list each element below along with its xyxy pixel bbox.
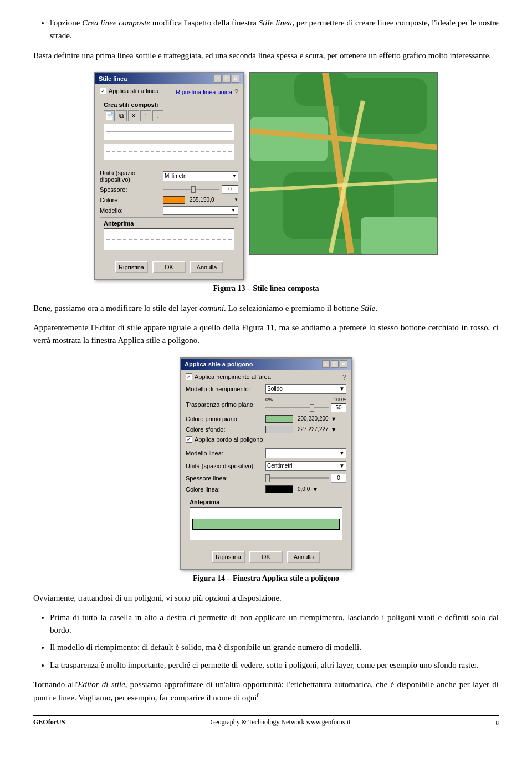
unita-spazio-label: Unità (spazio dispositivo): bbox=[186, 463, 263, 469]
spessore-linea-slider[interactable] bbox=[265, 477, 329, 479]
dialog2-body: ✓ Applica riempimento all'area ? Modello… bbox=[181, 370, 351, 569]
dialog2-buttons: Ripristina OK Annulla bbox=[186, 549, 346, 565]
modello-riempimento-row: Modello di riempimento: Solido ▼ bbox=[186, 384, 346, 394]
spessore-linea-row: Spessore linea: 0 bbox=[186, 474, 346, 483]
trasparenza-value[interactable]: 50 bbox=[331, 403, 346, 412]
colore-primo-piano-swatch[interactable] bbox=[265, 415, 293, 423]
colore-sfondo-swatch[interactable] bbox=[265, 426, 293, 433]
dialog-minimize-btn[interactable]: − bbox=[214, 75, 222, 83]
dialog-titlebar-stile-linea: Stile linea − □ × bbox=[95, 73, 243, 84]
dialog-body-stile-linea: ✓ Applica stili a linea Ripristina linea… bbox=[95, 84, 243, 279]
dialog2-ripristina-button[interactable]: Ripristina bbox=[212, 551, 245, 563]
spessore-label: Spessore: bbox=[100, 186, 161, 193]
section-divider bbox=[186, 446, 346, 446]
spessore-linea-thumb bbox=[265, 474, 270, 482]
colore-sfondo-arrow: ▼ bbox=[331, 426, 337, 433]
unita-label: Unità (spazio dispositivo): bbox=[100, 170, 161, 183]
dialog2-titlebar-buttons: − □ × bbox=[322, 360, 347, 368]
modello-linea-row: Modello linea: ▼ bbox=[186, 448, 346, 458]
dialog2-anteprima-title: Anteprima bbox=[190, 499, 342, 505]
colore-swatch[interactable] bbox=[163, 196, 185, 204]
figure-13-caption: Figura 13 – Stile linea composta bbox=[33, 284, 499, 293]
colore-sfondo-value: 227,227,227 bbox=[298, 426, 329, 432]
dialog2-help-icon: ? bbox=[342, 373, 346, 381]
trasparenza-slider-wrap: 0% 100% 50 bbox=[265, 397, 346, 412]
figure-14-caption: Figura 14 – Finestra Applica stile a pol… bbox=[33, 574, 499, 583]
bullet-riempimento: Prima di tutto la casella in alto a dest… bbox=[50, 611, 499, 637]
dialog2-annulla-button[interactable]: Annulla bbox=[287, 551, 320, 563]
up-btn[interactable]: ↑ bbox=[140, 110, 151, 121]
bullet-trasparenza: La trasparenza è molto importante, perch… bbox=[50, 659, 499, 672]
colore-linea-label: Colore linea: bbox=[186, 486, 263, 493]
figure-14-container: Applica stile a poligono − □ × ✓ Applica… bbox=[33, 357, 499, 570]
dialog1-buttons: Ripristina OK Annulla bbox=[100, 259, 238, 275]
colore-sfondo-row: Colore sfondo: 227,227,227 ▼ bbox=[186, 426, 346, 433]
unita-combo[interactable]: Millimetri ▼ bbox=[163, 171, 238, 181]
applica-bordo-checkbox[interactable]: ✓ bbox=[186, 436, 192, 443]
footer-page-number: 8 bbox=[496, 719, 499, 726]
paragraph-2: Basta definire una prima linea sottile e… bbox=[33, 49, 499, 62]
applica-bordo-row: ✓ Applica bordo al poligono bbox=[186, 436, 346, 443]
paragraph-3: Bene, passiamo ora a modificare lo stile… bbox=[33, 302, 499, 315]
unita-spazio-combo[interactable]: Centimetri ▼ bbox=[265, 461, 346, 471]
colore-label: Colore: bbox=[100, 197, 161, 203]
down-btn[interactable]: ↓ bbox=[152, 110, 163, 121]
dialog2-minimize-btn[interactable]: − bbox=[322, 360, 330, 368]
applica-riempimento-checkbox[interactable]: ✓ bbox=[186, 373, 192, 380]
dialog-close-btn[interactable]: × bbox=[232, 75, 239, 83]
options-bullets: Prima di tutto la casella in alto a dest… bbox=[50, 611, 499, 672]
modello-linea-combo[interactable]: ▼ bbox=[265, 448, 346, 458]
spessore-linea-value[interactable]: 0 bbox=[331, 474, 346, 483]
dialog-applica-poligono: Applica stile a poligono − □ × ✓ Applica… bbox=[180, 357, 352, 570]
colore-linea-swatch[interactable] bbox=[265, 485, 293, 493]
p3-stile: Stile bbox=[361, 304, 376, 313]
dialog2-anteprima-section: Anteprima bbox=[186, 496, 346, 545]
unita-arrow: ▼ bbox=[232, 173, 237, 178]
modello-riempimento-arrow: ▼ bbox=[339, 386, 345, 392]
trasparenza-thumb bbox=[310, 404, 314, 412]
modello-riempimento-combo[interactable]: Solido ▼ bbox=[265, 384, 346, 394]
ripristina-button[interactable]: Ripristina bbox=[115, 261, 148, 273]
trasparenza-slider[interactable] bbox=[265, 407, 329, 408]
applica-stili-label: Applica stili a linea bbox=[109, 88, 159, 94]
modello-arrow: ▼ bbox=[231, 208, 236, 213]
dialog2-close-btn[interactable]: × bbox=[340, 360, 347, 368]
p6-superscript: 8 bbox=[257, 692, 260, 698]
colore-linea-arrow: ▼ bbox=[312, 486, 318, 493]
anteprima-title: Anteprima bbox=[104, 220, 234, 227]
figure-13-container: Stile linea − □ × ✓ Applica stili a line… bbox=[33, 72, 499, 280]
dialog-titlebar-poligono: Applica stile a poligono − □ × bbox=[181, 359, 351, 370]
nuovo-btn[interactable]: 📄 bbox=[104, 110, 115, 121]
delete-btn[interactable]: ✕ bbox=[128, 110, 139, 121]
trasparenza-row: Trasparenza primo piano: 0% 100% 50 bbox=[186, 397, 346, 412]
modello-linea-label: Modello linea: bbox=[186, 450, 263, 457]
bullet-item-1: l'opzione Crea linee composte modifica l… bbox=[50, 17, 499, 43]
footer-brand: GEOforUS bbox=[33, 718, 65, 726]
dialog-title-stile-linea: Stile linea bbox=[99, 75, 127, 82]
spessore-value[interactable]: 0 bbox=[222, 185, 238, 194]
map-patch-5 bbox=[361, 217, 438, 255]
modello-dashes: - - - - - - - - - bbox=[166, 207, 204, 213]
bullet-modello: Il modello di riempimento: di default è … bbox=[50, 641, 499, 654]
dialog-title-poligono: Applica stile a poligono bbox=[185, 361, 253, 367]
dialog-maximize-btn[interactable]: □ bbox=[223, 75, 231, 83]
ok-button-1[interactable]: OK bbox=[152, 261, 186, 273]
dialog2-ok-button[interactable]: OK bbox=[249, 551, 283, 563]
modello-combo[interactable]: - - - - - - - - - ▼ bbox=[163, 206, 238, 215]
dialog2-maximize-btn[interactable]: □ bbox=[331, 360, 339, 368]
line-preview-dashed bbox=[104, 144, 234, 160]
trasparenza-100pct: 100% bbox=[334, 397, 346, 402]
copy-btn[interactable]: ⧉ bbox=[116, 110, 127, 121]
annulla-button-1[interactable]: Annulla bbox=[190, 261, 223, 273]
p3-end: . bbox=[375, 304, 377, 313]
applica-stili-checkbox[interactable]: ✓ bbox=[100, 88, 106, 94]
spessore-slider[interactable] bbox=[163, 189, 219, 190]
applica-riempimento-row: ✓ Applica riempimento all'area ? bbox=[186, 373, 346, 381]
ripristina-linea-unica-link[interactable]: Ripristina linea unica bbox=[176, 89, 232, 95]
page-content: l'opzione Crea linee composte modifica l… bbox=[33, 17, 499, 726]
footer-center-text: Geography & Technology Network www.geofo… bbox=[211, 718, 351, 726]
page-footer: GEOforUS Geography & Technology Network … bbox=[33, 715, 499, 726]
p3-italic: comuni bbox=[200, 304, 224, 313]
line-preview-selected bbox=[104, 124, 234, 140]
crea-stili-composti-title: Crea stili composti bbox=[104, 101, 234, 108]
